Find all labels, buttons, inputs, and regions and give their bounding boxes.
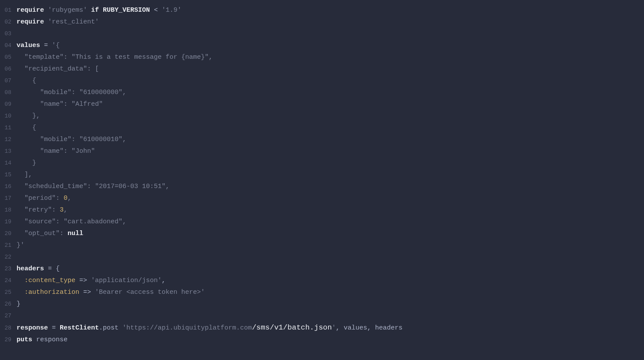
- code-content[interactable]: "name": "Alfred": [17, 98, 103, 110]
- token-str: ,: [68, 195, 71, 202]
- token-op: <: [150, 7, 162, 14]
- code-line[interactable]: 29puts response: [0, 334, 644, 346]
- token-id: RUBY_VERSION: [103, 7, 150, 14]
- token-str: },: [17, 112, 40, 120]
- token-str: {: [17, 77, 36, 84]
- code-line[interactable]: 22: [0, 251, 644, 263]
- token-id: values: [17, 42, 40, 49]
- token-str: 'rubygems': [48, 7, 87, 14]
- code-line[interactable]: 05 "template": "This is a test message f…: [0, 51, 644, 63]
- code-line[interactable]: 25 :authorization => 'Bearer <access tok…: [0, 286, 644, 298]
- code-line[interactable]: 03: [0, 28, 644, 40]
- code-content[interactable]: ],: [17, 169, 32, 181]
- token-str: "name": "John": [17, 148, 95, 155]
- code-line[interactable]: 13 "name": "John": [0, 145, 644, 157]
- code-content[interactable]: :authorization => 'Bearer <access token …: [17, 286, 205, 298]
- token-str: ': [332, 324, 336, 332]
- line-number: 25: [0, 286, 17, 298]
- token-num: 3: [60, 206, 64, 214]
- line-number: 07: [0, 75, 17, 87]
- token-sym: :authorization: [24, 289, 79, 296]
- code-content[interactable]: "period": 0,: [17, 192, 71, 204]
- code-line[interactable]: 07 {: [0, 75, 644, 87]
- token-kw: require: [17, 18, 44, 26]
- code-line[interactable]: 17 "period": 0,: [0, 192, 644, 204]
- code-content[interactable]: "name": "John": [17, 145, 95, 157]
- code-content[interactable]: puts response: [17, 334, 68, 346]
- code-content[interactable]: {: [17, 122, 36, 134]
- code-line[interactable]: 27: [0, 310, 644, 322]
- code-content[interactable]: }: [17, 157, 36, 169]
- line-number: 16: [0, 181, 17, 192]
- line-number: 18: [0, 204, 17, 216]
- line-number: 06: [0, 63, 17, 75]
- code-line[interactable]: 23headers = {: [0, 263, 644, 275]
- token-op: [17, 277, 24, 284]
- code-content[interactable]: "source": "cart.abadoned",: [17, 216, 126, 228]
- code-content[interactable]: require 'rest_client': [17, 16, 99, 28]
- code-content[interactable]: "retry": 3,: [17, 204, 68, 216]
- token-op: }: [17, 300, 20, 308]
- code-line[interactable]: 15 ],: [0, 169, 644, 181]
- token-op: [99, 7, 103, 14]
- token-str: '{: [52, 42, 60, 49]
- code-content[interactable]: "mobile": "610000010",: [17, 134, 126, 145]
- code-line[interactable]: 24 :content_type => 'application/json',: [0, 275, 644, 286]
- code-line[interactable]: 26}: [0, 298, 644, 310]
- line-number: 17: [0, 192, 17, 204]
- code-content[interactable]: "scheduled_time": "2017=06-03 10:51",: [17, 181, 169, 192]
- code-line[interactable]: 11 {: [0, 122, 644, 134]
- line-number: 29: [0, 334, 17, 346]
- line-number: 19: [0, 216, 17, 228]
- code-editor[interactable]: 01require 'rubygems' if RUBY_VERSION < '…: [0, 4, 644, 346]
- code-content[interactable]: {: [17, 75, 36, 87]
- code-content[interactable]: }': [17, 239, 24, 251]
- code-content[interactable]: require 'rubygems' if RUBY_VERSION < '1.…: [17, 4, 181, 16]
- code-line[interactable]: 19 "source": "cart.abadoned",: [0, 216, 644, 228]
- line-number: 13: [0, 145, 17, 157]
- code-line[interactable]: 20 "opt_out": null: [0, 228, 644, 239]
- code-line[interactable]: 04values = '{: [0, 40, 644, 51]
- token-str: "mobile": "610000010",: [17, 136, 126, 143]
- token-op: =: [40, 42, 52, 49]
- token-op: [44, 7, 48, 14]
- token-sym: :content_type: [24, 277, 75, 284]
- code-content[interactable]: "mobile": "610000000",: [17, 87, 126, 98]
- token-str: ],: [17, 171, 32, 178]
- token-str: ,: [64, 206, 68, 214]
- token-str: "period":: [17, 195, 64, 202]
- token-str: }': [17, 242, 24, 249]
- code-content[interactable]: "opt_out": null: [17, 228, 83, 239]
- line-number: 12: [0, 134, 17, 145]
- code-line[interactable]: 18 "retry": 3,: [0, 204, 644, 216]
- code-content[interactable]: response = RestClient.post 'https://api.…: [17, 322, 403, 334]
- token-op: , values, headers: [336, 324, 403, 332]
- code-content[interactable]: "template": "This is a test message for …: [17, 51, 213, 63]
- code-line[interactable]: 28response = RestClient.post 'https://ap…: [0, 322, 644, 334]
- code-line[interactable]: 14 }: [0, 157, 644, 169]
- line-number: 26: [0, 298, 17, 310]
- token-op: .post: [99, 324, 122, 332]
- code-line[interactable]: 16 "scheduled_time": "2017=06-03 10:51",: [0, 181, 644, 192]
- token-op: =>: [75, 277, 91, 284]
- token-op: [87, 7, 91, 14]
- line-number: 03: [0, 28, 17, 40]
- token-id: RestClient: [60, 324, 99, 332]
- code-content[interactable]: :content_type => 'application/json',: [17, 275, 166, 286]
- code-line[interactable]: 10 },: [0, 110, 644, 122]
- line-number: 27: [0, 310, 17, 322]
- code-line[interactable]: 12 "mobile": "610000010",: [0, 134, 644, 145]
- code-line[interactable]: 08 "mobile": "610000000",: [0, 87, 644, 98]
- code-content[interactable]: },: [17, 110, 40, 122]
- code-line[interactable]: 09 "name": "Alfred": [0, 98, 644, 110]
- code-line[interactable]: 01require 'rubygems' if RUBY_VERSION < '…: [0, 4, 644, 16]
- code-content[interactable]: }: [17, 298, 20, 310]
- token-str: }: [17, 159, 36, 167]
- token-kw: puts: [17, 336, 32, 343]
- code-content[interactable]: headers = {: [17, 263, 60, 275]
- code-content[interactable]: "recipient_data": [: [17, 63, 99, 75]
- code-line[interactable]: 02require 'rest_client': [0, 16, 644, 28]
- code-line[interactable]: 21}': [0, 239, 644, 251]
- code-line[interactable]: 06 "recipient_data": [: [0, 63, 644, 75]
- code-content[interactable]: values = '{: [17, 40, 60, 51]
